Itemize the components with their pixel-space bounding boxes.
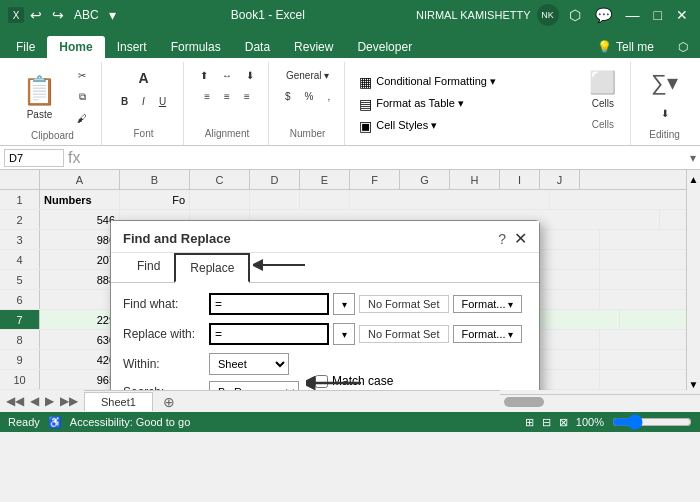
add-sheet-btn[interactable]: ⊕	[155, 392, 183, 412]
number-format-btn[interactable]: General ▾	[280, 66, 335, 85]
tab-insert[interactable]: Insert	[105, 36, 159, 58]
share-icon[interactable]: ⬡	[565, 5, 585, 25]
tab-review[interactable]: Review	[282, 36, 345, 58]
h-scroll-thumb[interactable]	[504, 397, 544, 407]
align-center-btn[interactable]: ≡	[218, 87, 236, 106]
sheet-nav-prev[interactable]: ◀	[28, 394, 41, 408]
currency-btn[interactable]: $	[279, 87, 297, 106]
tab-developer[interactable]: Developer	[345, 36, 424, 58]
tab-formulas[interactable]: Formulas	[159, 36, 233, 58]
font-label: Font	[133, 128, 153, 141]
align-right-btn[interactable]: ≡	[238, 87, 256, 106]
cell-reference-input[interactable]	[4, 149, 64, 167]
zoom-slider[interactable]	[612, 414, 692, 430]
replace-input-wrap: ▾ No Format Set Format... ▾	[209, 323, 527, 345]
font-name-btn[interactable]: A	[132, 66, 154, 90]
replace-format-btn[interactable]: Format... ▾	[453, 325, 522, 343]
minimize-btn[interactable]: —	[622, 5, 644, 25]
status-bar: Ready ♿ Accessibility: Good to go ⊞ ⊟ ⊠ …	[0, 412, 700, 432]
sheet-nav-next[interactable]: ▶	[43, 394, 56, 408]
formula-input[interactable]	[84, 149, 686, 167]
find-replace-dialog: Find and Replace ? ✕ Find Replace	[110, 220, 540, 390]
align-middle-btn[interactable]: ↔	[216, 66, 238, 85]
find-input-wrap: ▾ No Format Set Format... ▾	[209, 293, 527, 315]
replace-dropdown-btn[interactable]: ▾	[333, 323, 355, 345]
tab-home[interactable]: Home	[47, 36, 104, 58]
italic-btn[interactable]: I	[136, 92, 151, 111]
number-group: General ▾ $ % , Number	[271, 62, 345, 145]
cut-button[interactable]: ✂	[71, 66, 93, 85]
sheet-view-normal-btn[interactable]: ⊞	[525, 416, 534, 429]
comma-btn[interactable]: ,	[321, 87, 336, 106]
find-no-format-badge: No Format Set	[359, 295, 449, 313]
conditional-formatting-icon: ▦	[359, 74, 372, 90]
cells-btn[interactable]: ⬜ Cells	[583, 66, 622, 113]
format-painter-button[interactable]: 🖌	[71, 109, 93, 128]
fill-btn[interactable]: ⬇	[655, 104, 675, 123]
tab-file[interactable]: File	[4, 36, 47, 58]
conditional-formatting-btn[interactable]: ▦ Conditional Formatting ▾	[355, 72, 565, 92]
ready-status: Ready	[8, 416, 40, 428]
editing-btn[interactable]: ∑▾	[645, 66, 684, 100]
cells-label: Cells	[592, 119, 614, 132]
underline-btn[interactable]: U	[153, 92, 172, 111]
find-what-label: Find what:	[123, 297, 203, 311]
replace-with-input[interactable]	[209, 323, 329, 345]
find-format-btn[interactable]: Format... ▾	[453, 295, 522, 313]
close-btn[interactable]: ✕	[672, 5, 692, 25]
dialog-help-btn[interactable]: ?	[498, 231, 506, 247]
format-table-icon: ▤	[359, 96, 372, 112]
dialog-title-bar: Find and Replace ? ✕	[111, 221, 539, 253]
within-select[interactable]: Sheet Workbook	[209, 353, 289, 375]
paste-icon: 📋	[22, 74, 57, 107]
paste-button[interactable]: 📋 Paste	[12, 68, 67, 126]
find-what-input[interactable]	[209, 293, 329, 315]
cell-styles-icon: ▣	[359, 118, 372, 134]
redo-btn[interactable]: ↪	[48, 5, 68, 25]
font-group: A B I U Font	[104, 62, 184, 145]
align-top-btn[interactable]: ⬆	[194, 66, 214, 85]
comments-icon[interactable]: 💬	[591, 5, 616, 25]
replace-no-format-badge: No Format Set	[359, 325, 449, 343]
title-bar-right: NIRMAL KAMISHETTY NK ⬡ 💬 — □ ✕	[416, 4, 692, 26]
search-select[interactable]: By Rows By Columns	[209, 381, 299, 390]
window-title: Book1 - Excel	[231, 8, 305, 22]
percent-btn[interactable]: %	[299, 87, 320, 106]
ribbon: 📋 Paste ✂ ⧉ 🖌 Clipboard A B I U Font	[0, 58, 700, 146]
expand-formula-bar-btn[interactable]: ▾	[690, 151, 696, 165]
sheet-view-page-btn[interactable]: ⊟	[542, 416, 551, 429]
formula-separator: fx	[68, 149, 80, 167]
find-what-row: Find what: ▾ No Format Set Format... ▾	[123, 293, 527, 315]
sheet-tab-1[interactable]: Sheet1	[84, 392, 153, 411]
user-name: NIRMAL KAMISHETTY	[416, 9, 531, 21]
cell-styles-btn[interactable]: ▣ Cell Styles ▾	[355, 116, 565, 136]
clipboard-label: Clipboard	[31, 130, 74, 143]
editing-group: ∑▾ ⬇ Editing	[633, 62, 696, 145]
options-left: Within: Sheet Workbook	[123, 353, 299, 390]
bold-btn[interactable]: B	[115, 92, 134, 111]
align-left-btn[interactable]: ≡	[198, 87, 216, 106]
format-as-table-btn[interactable]: ▤ Format as Table ▾	[355, 94, 565, 114]
copy-button[interactable]: ⧉	[71, 87, 93, 107]
customize-btn[interactable]: ▾	[105, 5, 120, 25]
find-dropdown-btn[interactable]: ▾	[333, 293, 355, 315]
spellcheck-icon: ABC	[70, 6, 103, 24]
tab-data[interactable]: Data	[233, 36, 282, 58]
excel-icon: X	[8, 7, 24, 23]
tell-me[interactable]: 💡Tell me	[585, 36, 666, 58]
dialog-tab-find[interactable]: Find	[123, 253, 174, 282]
sheet-nav-last[interactable]: ▶▶	[58, 394, 80, 408]
search-label: Search:	[123, 385, 203, 390]
horizontal-scrollbar[interactable]	[500, 394, 700, 408]
undo-btn[interactable]: ↩	[26, 5, 46, 25]
replace-tab-arrow	[253, 253, 308, 278]
sheet-view-preview-btn[interactable]: ⊠	[559, 416, 568, 429]
dialog-tab-replace[interactable]: Replace	[174, 253, 250, 283]
ribbon-tabs: File Home Insert Formulas Data Review De…	[0, 30, 700, 58]
fill-icon: ⬇	[661, 108, 669, 119]
dialog-close-btn[interactable]: ✕	[514, 229, 527, 248]
share-ribbon-btn[interactable]: ⬡	[666, 36, 700, 58]
maximize-btn[interactable]: □	[650, 5, 666, 25]
align-bottom-btn[interactable]: ⬇	[240, 66, 260, 85]
sheet-nav-first[interactable]: ◀◀	[4, 394, 26, 408]
